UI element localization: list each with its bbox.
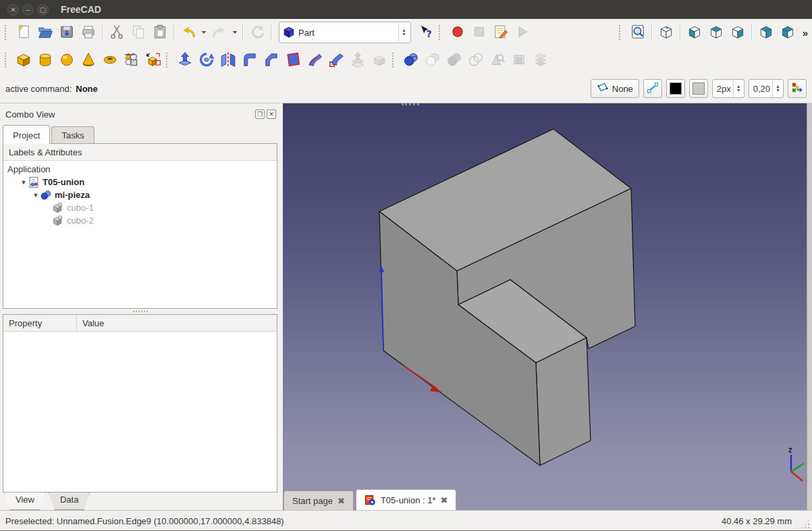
toolbar-drag-handle[interactable] (439, 25, 443, 40)
macro-record-button[interactable] (447, 22, 468, 43)
text-scale-spinbox[interactable]: 0,20 ▲▼ (749, 79, 784, 98)
window-maximize-button[interactable]: ▢ (37, 4, 49, 16)
ruled-surface-button[interactable] (304, 49, 325, 71)
panel-splitter[interactable] (3, 309, 277, 314)
property-tab-view[interactable]: View (4, 492, 46, 510)
tree-item-label: cubo-1 (67, 203, 94, 213)
property-column-header[interactable]: Property (3, 315, 77, 331)
mirror-button[interactable] (217, 49, 239, 71)
toolbar-drag-handle[interactable] (166, 53, 170, 68)
view-rear-button[interactable] (755, 22, 777, 43)
macro-edit-button[interactable] (490, 22, 512, 43)
part-box-button[interactable] (13, 49, 34, 71)
cut-button[interactable] (106, 22, 128, 43)
dropdown-arrow-button[interactable] (230, 22, 240, 43)
check-geometry-button[interactable] (487, 49, 508, 71)
refresh-icon (249, 24, 265, 42)
line-color-button[interactable] (666, 79, 685, 98)
toolbar-drag-handle[interactable] (619, 25, 623, 40)
document-tab-t05-union[interactable]: T05-union : 1*✖ (356, 489, 457, 511)
new-document-button[interactable] (13, 22, 34, 43)
tree-item-mi-pieza[interactable]: ▼mi-pieza (3, 188, 277, 201)
panel-close-button[interactable]: ✕ (267, 109, 276, 119)
shape-builder-button[interactable] (142, 49, 164, 71)
revolve-button[interactable] (196, 49, 217, 71)
line-style-button[interactable] (643, 79, 662, 98)
boolean-common-button[interactable] (443, 49, 465, 71)
boolean-cut-button[interactable] (422, 49, 443, 71)
value-column-header[interactable]: Value (77, 318, 104, 328)
combo-tab-tasks[interactable]: Tasks (51, 126, 94, 144)
fit-all-button[interactable] (627, 22, 649, 43)
cross-sections-button[interactable] (530, 49, 551, 71)
boolean-section-button[interactable] (465, 49, 487, 71)
dimension-status-text: 40.46 x 29.29 mm (722, 516, 792, 526)
tab-close-icon[interactable]: ✖ (337, 496, 345, 506)
shape-builder-icon (145, 51, 161, 70)
view-right-button[interactable] (727, 22, 749, 43)
undo-icon (180, 24, 196, 42)
whatsthis-button[interactable]: ? (415, 22, 437, 43)
document-tab-start[interactable]: Start page✖ (283, 490, 354, 511)
copy-button[interactable] (128, 22, 149, 43)
autogroup-button[interactable] (788, 79, 807, 98)
part-torus-button[interactable] (99, 49, 121, 71)
new-document-icon (16, 24, 32, 42)
window-close-button[interactable]: ✕ (7, 4, 19, 16)
chamfer-icon (263, 51, 279, 70)
combo-tab-project[interactable]: Project (3, 125, 50, 144)
tree-item-t05-union[interactable]: ▼T05-union (3, 176, 277, 188)
fillet-button[interactable] (239, 49, 261, 71)
loft-button[interactable] (325, 49, 347, 71)
boolean-union-button[interactable] (400, 49, 422, 71)
property-tab-data[interactable]: Data (49, 492, 90, 510)
tree-item-cubo-2[interactable]: cubo-2 (3, 214, 277, 227)
defeaturing-button[interactable] (508, 49, 530, 71)
tree-expander[interactable]: ▼ (20, 179, 28, 186)
tab-close-icon[interactable]: ✖ (441, 495, 448, 505)
window-minimize-button[interactable]: ‒ (22, 4, 34, 16)
view-top-button[interactable] (705, 22, 727, 43)
part-primitives-button[interactable] (121, 49, 142, 71)
view-left-icon (780, 24, 796, 42)
line-width-spinbox[interactable]: 2px ▲▼ (712, 79, 745, 98)
paste-button[interactable] (149, 22, 171, 43)
macro-stop-button[interactable] (468, 22, 490, 43)
toolbar-drag-handle[interactable] (5, 25, 9, 40)
workbench-spin-arrows[interactable]: ▲▼ (398, 24, 409, 41)
undo-button[interactable] (178, 22, 199, 43)
toolbar-drag-handle[interactable] (392, 53, 396, 68)
extrude-button[interactable] (174, 49, 196, 71)
macro-play-button[interactable] (512, 22, 533, 43)
title-bar[interactable]: ✕ ‒ ▢ FreeCAD (0, 0, 812, 19)
print-button[interactable] (78, 22, 99, 43)
toolbar-overflow-button[interactable]: » (803, 27, 808, 39)
chamfer-button[interactable] (261, 49, 282, 71)
save-document-button[interactable] (56, 22, 78, 43)
tree-expander[interactable]: ▼ (32, 192, 40, 199)
part-cone-button[interactable] (78, 49, 99, 71)
make-face-button[interactable] (282, 49, 304, 71)
text-scale-value: 0,20 (749, 84, 772, 94)
view-axonometric-button[interactable] (655, 22, 677, 43)
3d-viewport[interactable]: ZYX Start page✖T05-union : 1*✖ (283, 103, 812, 511)
face-color-button[interactable] (689, 79, 708, 98)
working-plane-button[interactable]: None (591, 79, 639, 98)
view-front-button[interactable] (684, 22, 705, 43)
refresh-button[interactable] (246, 22, 268, 43)
part-sphere-button[interactable] (56, 49, 78, 71)
redo-button[interactable] (209, 22, 230, 43)
sweep-button[interactable] (347, 49, 369, 71)
workbench-selector[interactable]: Part ▲▼ (279, 22, 411, 43)
view-left-button[interactable] (777, 22, 799, 43)
open-document-button[interactable] (34, 22, 56, 43)
panel-float-button[interactable]: ❐ (255, 109, 265, 119)
part-cylinder-button[interactable] (34, 49, 56, 71)
tree-item-application[interactable]: Application (3, 163, 277, 176)
section-button[interactable] (369, 49, 390, 71)
resize-grip[interactable] (801, 520, 810, 529)
part-sphere-icon (59, 51, 75, 70)
tree-item-cubo-1[interactable]: cubo-1 (3, 201, 277, 214)
dropdown-arrow-button[interactable] (199, 22, 209, 43)
toolbar-drag-handle[interactable] (5, 53, 9, 68)
